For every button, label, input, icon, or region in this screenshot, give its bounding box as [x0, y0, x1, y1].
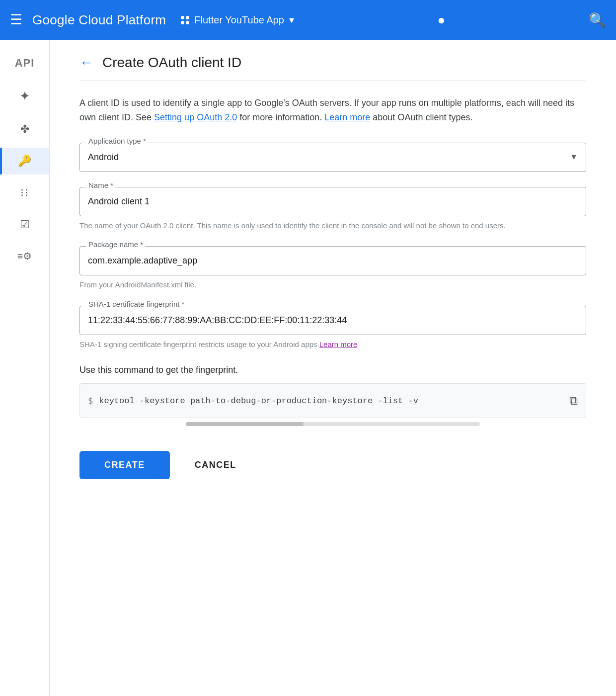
project-icon — [181, 16, 189, 24]
app-type-value: Android — [88, 152, 119, 163]
sidebar: API ✦ ✤ 🔑 ⁝⁝ ☑ ≡⚙ — [0, 40, 50, 696]
sha1-learn-more-link[interactable]: Learn more — [319, 340, 358, 348]
name-input[interactable] — [88, 196, 578, 207]
package-name-field: Package name * From your AndroidManifest… — [79, 246, 586, 291]
sha1-label: SHA-1 certificate fingerprint * — [86, 300, 186, 308]
cancel-button[interactable]: CANCEL — [185, 451, 246, 479]
command-text: keytool -keystore path-to-debug-or-produ… — [99, 396, 563, 406]
app-header: ☰ Google Cloud Platform Flutter YouTube … — [0, 0, 616, 40]
scrollbar-thumb — [186, 422, 304, 426]
dropdown-arrow-icon: ▼ — [570, 153, 578, 162]
search-button[interactable]: 🔍 — [589, 12, 606, 28]
search-icon[interactable]: ●︎ — [438, 12, 446, 28]
package-name-hint: From your AndroidManifest.xml file. — [79, 279, 586, 291]
oauth-setup-link[interactable]: Setting up OAuth 2.0 — [154, 112, 237, 122]
sidebar-item-products[interactable]: ✤ — [0, 116, 49, 143]
command-label: Use this command to get the fingerprint. — [79, 365, 586, 375]
package-name-input[interactable] — [88, 256, 578, 266]
main-content: ← Create OAuth client ID A client ID is … — [50, 40, 616, 696]
menu-icon[interactable]: ☰ — [10, 13, 22, 27]
copy-icon[interactable]: ⧉ — [569, 394, 578, 408]
app-logo: Google Cloud Platform — [32, 12, 166, 28]
name-hint: The name of your OAuth 2.0 client. This … — [79, 220, 586, 232]
sidebar-item-credentials[interactable]: 🔑 — [0, 148, 49, 174]
api-badge: API — [0, 50, 49, 77]
button-row: CREATE CANCEL — [79, 451, 586, 479]
sidebar-item-settings[interactable]: ≡⚙ — [0, 243, 49, 269]
learn-more-link-top[interactable]: Learn more — [324, 112, 370, 122]
project-dropdown-icon: ▾ — [289, 14, 294, 26]
scrollbar-container — [79, 422, 586, 426]
page-title-row: ← Create OAuth client ID — [79, 55, 586, 81]
dollar-sign: $ — [88, 396, 93, 406]
name-field: Name * The name of your OAuth 2.0 client… — [79, 187, 586, 232]
project-selector[interactable]: Flutter YouTube App ▾ — [181, 14, 294, 26]
app-type-dropdown[interactable]: Android ▼ — [79, 143, 586, 172]
sha1-field: SHA-1 certificate fingerprint * SHA-1 si… — [79, 306, 586, 350]
package-name-input-wrapper[interactable] — [79, 246, 586, 275]
back-button[interactable]: ← — [79, 55, 93, 71]
command-box: $ keytool -keystore path-to-debug-or-pro… — [79, 383, 586, 418]
name-label: Name * — [86, 181, 115, 189]
page-layout: API ✦ ✤ 🔑 ⁝⁝ ☑ ≡⚙ ← Create OAuth client … — [0, 40, 616, 696]
project-name: Flutter YouTube App — [194, 14, 284, 26]
app-type-label: Application type * — [86, 137, 148, 145]
create-button[interactable]: CREATE — [79, 451, 170, 479]
sidebar-item-dashboard[interactable]: ✦ — [0, 82, 49, 111]
name-input-wrapper[interactable] — [79, 187, 586, 216]
horizontal-scrollbar[interactable] — [186, 422, 480, 426]
sha1-hint: SHA-1 signing certificate fingerprint re… — [79, 339, 586, 350]
command-section: Use this command to get the fingerprint.… — [79, 365, 586, 426]
app-type-field: Application type * Android ▼ — [79, 143, 586, 172]
sidebar-item-endpoints[interactable]: ⁝⁝ — [0, 179, 49, 206]
description-text: A client ID is used to identify a single… — [79, 96, 586, 125]
sidebar-item-tasks[interactable]: ☑ — [0, 211, 49, 238]
sha1-input-wrapper[interactable] — [79, 306, 586, 335]
package-name-label: Package name * — [86, 240, 145, 249]
page-title: Create OAuth client ID — [102, 55, 241, 71]
sha1-input[interactable] — [88, 315, 578, 326]
